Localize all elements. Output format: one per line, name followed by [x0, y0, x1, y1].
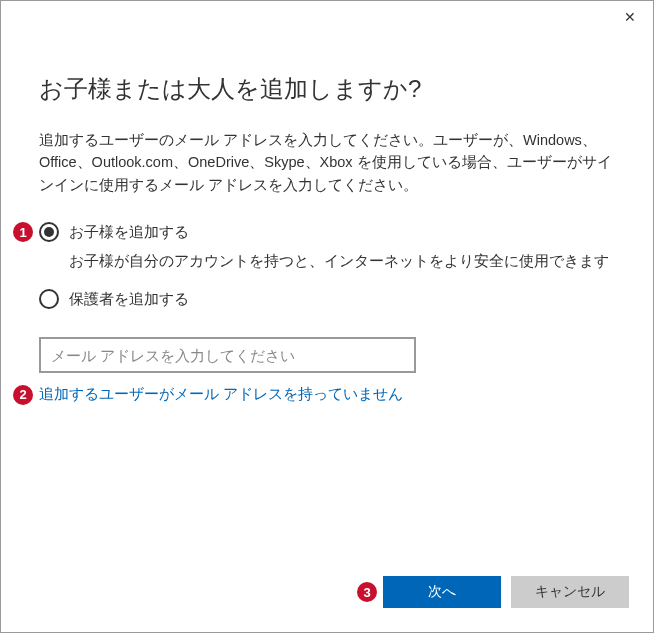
radio-group: 1 お子様を追加する お子様が自分のアカウントを持つと、インターネットをより安全…	[39, 222, 615, 309]
annotation-badge-1: 1	[13, 222, 33, 242]
close-icon: ✕	[624, 9, 636, 25]
dialog-description: 追加するユーザーのメール アドレスを入力してください。ユーザーが、Windows…	[39, 129, 615, 196]
radio-option-guardian[interactable]: 保護者を追加する	[39, 289, 615, 309]
next-button[interactable]: 次へ	[383, 576, 501, 608]
close-button[interactable]: ✕	[607, 1, 653, 33]
annotation-badge-2: 2	[13, 385, 33, 405]
radio-child-subtext: お子様が自分のアカウントを持つと、インターネットをより安全に使用できます	[69, 252, 615, 271]
radio-child-icon[interactable]	[39, 222, 59, 242]
no-email-link-row: 2 追加するユーザーがメール アドレスを持っていません	[39, 385, 615, 404]
email-input[interactable]	[39, 337, 416, 373]
radio-option-child[interactable]: 1 お子様を追加する	[39, 222, 615, 242]
radio-guardian-label: 保護者を追加する	[69, 290, 189, 309]
titlebar: ✕	[1, 1, 653, 33]
dialog-window: ✕ お子様または大人を追加しますか? 追加するユーザーのメール アドレスを入力し…	[0, 0, 654, 633]
cancel-button[interactable]: キャンセル	[511, 576, 629, 608]
radio-guardian-icon[interactable]	[39, 289, 59, 309]
annotation-badge-3: 3	[357, 582, 377, 602]
dialog-footer: 3 次へ キャンセル	[357, 576, 629, 608]
radio-child-label: お子様を追加する	[69, 223, 189, 242]
dialog-heading: お子様または大人を追加しますか?	[39, 73, 615, 105]
no-email-link[interactable]: 追加するユーザーがメール アドレスを持っていません	[39, 385, 403, 404]
dialog-content: お子様または大人を追加しますか? 追加するユーザーのメール アドレスを入力してく…	[1, 33, 653, 404]
